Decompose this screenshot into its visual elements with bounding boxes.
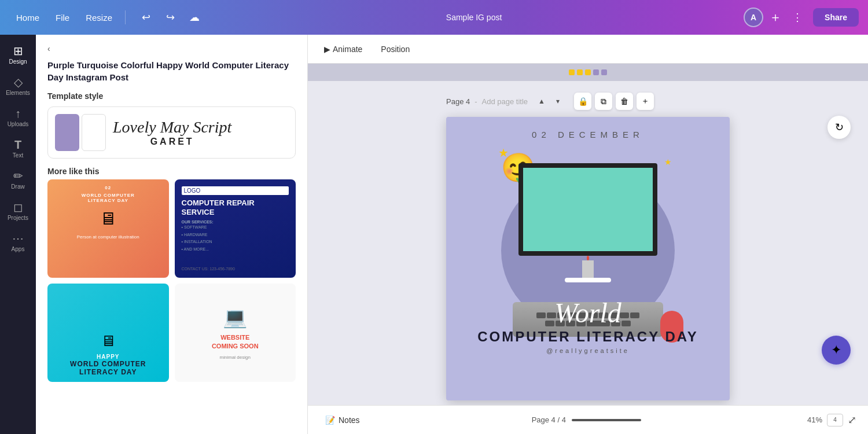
left-panel: ‹ Purple Turquoise Colorful Happy World … (36, 35, 308, 434)
dot-row-left (569, 69, 607, 75)
history-icons: ↩ ↪ ☁ (136, 8, 204, 27)
progress-fill (572, 419, 641, 421)
monitor-base (565, 278, 611, 282)
website-text: @reallygreatsite (477, 347, 698, 354)
page-nav-up-button[interactable]: ▲ (535, 94, 549, 108)
template-style-label: Template style (47, 91, 296, 101)
toolbar-bar: ▶ Animate Position (308, 35, 868, 64)
sidebar-item-text-label: Text (13, 152, 23, 159)
notes-button[interactable]: 📝 Notes (319, 412, 366, 428)
refresh-button[interactable]: ↻ (827, 116, 851, 139)
monitor-screen (518, 163, 657, 256)
sidebar-item-elements[interactable]: ◇ Elements (2, 72, 34, 101)
design-title: Sample IG post (446, 13, 502, 22)
separator (125, 10, 126, 24)
file-button[interactable]: File (49, 9, 76, 26)
add-page-button[interactable]: ＋ (637, 93, 654, 110)
font-name-label: GARET (150, 137, 194, 147)
canvas-wrapper: Page 4 - Add page title ▲ ▾ 🔒 ⧉ 🗑 ＋ (446, 93, 730, 400)
template-card-2[interactable]: LOGO COMPUTER REPAIR SERVICE OUR SERVICE… (175, 179, 296, 278)
font-script-label: Lovely May Script (113, 118, 231, 137)
template-card-2-services: • SOFTWARE• HARDWARE• INSTALLATION• AND … (182, 224, 289, 253)
sidebar-item-uploads-label: Uploads (8, 121, 29, 127)
share-options-button[interactable]: ⋮ (788, 8, 807, 27)
computer-literacy-day-text: COMPUTER LITERACY DAY (477, 329, 698, 345)
page-nav-down-button[interactable]: ▾ (551, 94, 565, 108)
main-layout: ⊞ Design ◇ Elements ↑ Uploads T Text ✏ D… (0, 35, 868, 434)
resize-button[interactable]: Resize (79, 9, 119, 26)
world-script-text: World (477, 297, 698, 329)
fullscreen-button[interactable]: ⤢ (848, 414, 856, 426)
position-label: Position (381, 45, 410, 54)
magic-sparkle-button[interactable]: ✦ (822, 336, 851, 365)
sidebar-item-apps[interactable]: ⋯ Apps (2, 228, 34, 257)
sidebar-item-projects[interactable]: ◻ Projects (2, 197, 34, 226)
more-like-label: More like this (47, 167, 296, 176)
sidebar-item-projects-label: Projects (8, 215, 28, 221)
star-decoration-1: ★ (498, 146, 509, 160)
duplicate-button[interactable]: ⧉ (595, 93, 612, 110)
back-button[interactable]: ‹ (47, 44, 54, 53)
template-card-4[interactable]: 💻 WEBSITECOMING SOON minimal design (175, 284, 296, 382)
animate-label: Animate (333, 45, 362, 54)
uploads-icon: ↑ (15, 108, 21, 119)
template-card-3[interactable]: 🖥 HAPPY WORLD COMPUTERLITERACY DAY (47, 284, 169, 382)
template-card-3-title: WORLD COMPUTERLITERACY DAY (70, 360, 146, 376)
sidebar-item-draw-label: Draw (11, 183, 24, 190)
style-font: Lovely May Script GARET (113, 118, 231, 147)
draw-icon: ✏ (13, 170, 23, 182)
canvas-date: 02 DECEMBER (446, 117, 730, 139)
template-card-2-services-header: OUR SERVICES: (182, 220, 289, 224)
redo-button[interactable]: ↪ (160, 8, 180, 27)
dot-purple-1 (593, 69, 599, 75)
bottom-right: 41% 4 ⤢ (807, 414, 856, 426)
templates-grid: 02 WORLD COMPUTERLITERACY DAY 🖥 Person a… (36, 179, 307, 388)
bottom-center: Page 4 / 4 (366, 415, 807, 424)
swatch-purple (55, 114, 79, 151)
position-button[interactable]: Position (374, 41, 417, 57)
cloud-button[interactable]: ☁ (185, 8, 204, 27)
add-collaborator-button[interactable]: ＋ (769, 9, 782, 26)
template-card-1-icon: 🖥 (100, 209, 117, 229)
progress-bar-wrap (572, 419, 641, 421)
sidebar-item-design[interactable]: ⊞ Design (2, 41, 34, 69)
template-card-1[interactable]: 02 WORLD COMPUTERLITERACY DAY 🖥 Person a… (47, 179, 169, 278)
sidebar-item-uploads[interactable]: ↑ Uploads (2, 103, 34, 132)
avatar[interactable]: A (744, 8, 763, 27)
lock-button[interactable]: 🔒 (574, 93, 591, 110)
top-bar-center: Sample IG post (204, 13, 744, 22)
apps-icon: ⋯ (12, 233, 24, 244)
template-card-4-sub: minimal design (220, 355, 251, 360)
swatch-white (82, 114, 106, 151)
animate-button[interactable]: ▶ Animate (317, 41, 369, 57)
trash-button[interactable]: 🗑 (616, 93, 633, 110)
home-button[interactable]: Home (9, 9, 46, 26)
canvas-scroll[interactable]: Page 4 - Add page title ▲ ▾ 🔒 ⧉ 🗑 ＋ (308, 81, 868, 405)
page-nav: ▲ ▾ (535, 94, 565, 108)
canvas-area: Page 4 - Add page title ▲ ▾ 🔒 ⧉ 🗑 ＋ (308, 64, 868, 405)
monitor (513, 163, 663, 282)
top-bar-left: Home File Resize ↩ ↪ ☁ (9, 8, 204, 27)
page-title-input[interactable]: Add page title (482, 97, 528, 106)
page-thumbnail-button[interactable]: 4 (827, 414, 843, 426)
sidebar-item-draw[interactable]: ✏ Draw (2, 165, 34, 194)
undo-button[interactable]: ↩ (136, 8, 156, 27)
template-style-box[interactable]: Lovely May Script GARET (47, 106, 296, 159)
template-card-1-content: 02 WORLD COMPUTERLITERACY DAY 🖥 Person a… (47, 179, 169, 278)
template-card-4-laptop-icon: 💻 (223, 306, 247, 329)
style-swatches (55, 114, 106, 151)
dot-yellow-1 (569, 69, 575, 75)
design-icon: ⊞ (13, 45, 23, 57)
canvas-text-block: World COMPUTER LITERACY DAY @reallygreat… (477, 297, 698, 354)
notes-label: Notes (339, 415, 360, 425)
sidebar-item-apps-label: Apps (12, 246, 25, 252)
design-canvas[interactable]: 02 DECEMBER 😊 ★ ★ ♥ (446, 117, 730, 400)
projects-icon: ◻ (13, 201, 23, 213)
sidebar-item-text[interactable]: T Text (2, 134, 34, 163)
share-button[interactable]: Share (813, 8, 859, 27)
back-icon: ‹ (47, 44, 50, 53)
page-label-row: Page 4 - Add page title ▲ ▾ 🔒 ⧉ 🗑 ＋ (446, 93, 730, 110)
template-card-1-title: WORLD COMPUTERLITERACY DAY (82, 193, 135, 203)
monitor-stand (582, 260, 594, 278)
left-panel-header: ‹ Purple Turquoise Colorful Happy World … (36, 35, 307, 161)
